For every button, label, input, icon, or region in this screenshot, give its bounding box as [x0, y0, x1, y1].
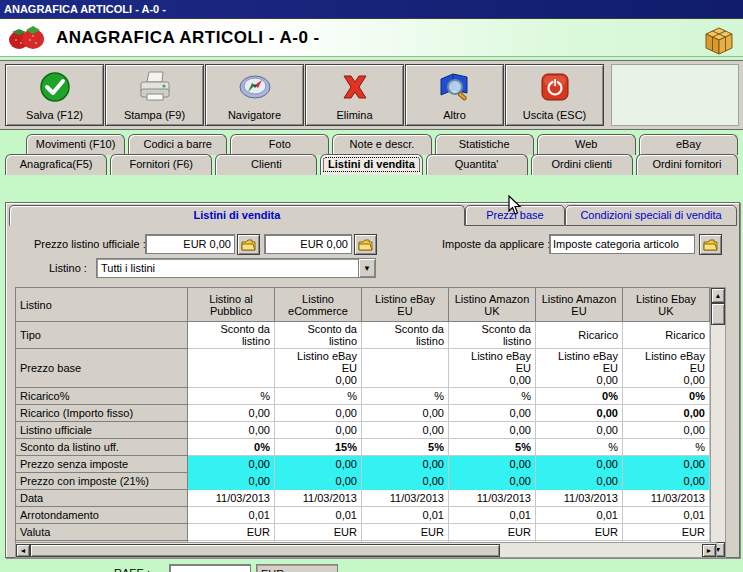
table-cell[interactable]: 11/03/2013	[275, 490, 362, 507]
table-cell[interactable]: 0,01	[623, 507, 710, 524]
table-cell[interactable]: 0,00	[362, 422, 449, 439]
table-cell[interactable]: %	[362, 388, 449, 405]
tab-quantita[interactable]: Quantita'	[426, 154, 528, 175]
table-cell[interactable]: 0,00	[623, 405, 710, 422]
table-cell[interactable]: 5%	[362, 439, 449, 456]
table-cell[interactable]: 11/03/2013	[188, 490, 275, 507]
prezzo-listino-input-2[interactable]: EUR 0,00	[264, 234, 352, 254]
navigatore-button[interactable]: Navigatore	[205, 64, 304, 126]
table-cell[interactable]: 5%	[449, 439, 536, 456]
table-cell[interactable]: 0,00	[275, 456, 362, 473]
stampa-f9-button[interactable]: Stampa (F9)	[105, 64, 204, 126]
table-cell[interactable]: 0,01	[275, 507, 362, 524]
table-cell[interactable]: Listino eBay EU 0,00	[623, 349, 710, 388]
table-cell[interactable]: EUR	[362, 524, 449, 541]
table-cell[interactable]: Listino eBay EU 0,00	[536, 349, 623, 388]
imposte-folder-button[interactable]	[699, 234, 722, 255]
table-cell[interactable]: Ricarico	[623, 322, 710, 349]
tab-movimenti-f10[interactable]: Movimenti (F10)	[26, 134, 125, 155]
table-cell[interactable]: EUR	[536, 524, 623, 541]
prezzo-listino-input-1[interactable]: EUR 0,00	[145, 234, 235, 254]
tab-clienti[interactable]: Clienti	[215, 154, 317, 175]
horizontal-scroll-thumb[interactable]	[30, 544, 500, 557]
table-cell[interactable]: 0,00	[623, 422, 710, 439]
chevron-down-icon[interactable]: ▼	[358, 259, 375, 277]
salva-f12-button[interactable]: Salva (F12)	[5, 64, 104, 126]
scroll-right-icon[interactable]: ►	[702, 544, 716, 557]
tab-ebay[interactable]: eBay	[639, 134, 738, 155]
window-titlebar[interactable]: ANAGRAFICA ARTICOLI - A-0 -	[0, 0, 743, 19]
scroll-up-icon[interactable]: ▲	[711, 288, 725, 303]
table-cell[interactable]: Sconto da listino	[449, 322, 536, 349]
tab-listini-di-vendita[interactable]: Listini di vendita	[320, 154, 422, 175]
tab-foto[interactable]: Foto	[230, 134, 329, 155]
table-cell[interactable]: 0,00	[536, 422, 623, 439]
table-cell[interactable]: 0,00	[536, 405, 623, 422]
tab-anagrafica-f5[interactable]: Anagrafica(F5)	[5, 154, 107, 175]
table-cell[interactable]: 0,00	[275, 422, 362, 439]
table-cell[interactable]: 0,00	[362, 456, 449, 473]
table-cell[interactable]: Listino eBay EU 0,00	[449, 349, 536, 388]
table-cell[interactable]: 0%	[188, 439, 275, 456]
table-cell[interactable]: EUR	[275, 524, 362, 541]
elimina-button[interactable]: Elimina	[305, 64, 404, 126]
tab-fornitori-f6[interactable]: Fornitori (F6)	[110, 154, 212, 175]
table-cell[interactable]: Sconto da listino	[275, 322, 362, 349]
table-cell[interactable]: 0,00	[623, 456, 710, 473]
table-cell[interactable]: 0,01	[449, 507, 536, 524]
tab-ordini-fornitori[interactable]: Ordini fornitori	[636, 154, 738, 175]
table-cell[interactable]: Ricarico	[536, 322, 623, 349]
table-cell[interactable]: 0,01	[188, 507, 275, 524]
subtab-condizioni-speciali-di-vendita[interactable]: Condizioni speciali di vendita	[565, 205, 737, 226]
table-cell[interactable]: 0,00	[275, 405, 362, 422]
table-cell[interactable]: EUR	[449, 524, 536, 541]
table-cell[interactable]: 0,00	[623, 473, 710, 490]
table-cell[interactable]: 11/03/2013	[449, 490, 536, 507]
tab-web[interactable]: Web	[537, 134, 636, 155]
raee-input[interactable]	[169, 564, 251, 572]
subtab-listini-di-vendita[interactable]: Listini di vendita	[9, 205, 465, 226]
table-cell[interactable]: 0,00	[188, 473, 275, 490]
table-cell[interactable]: Sconto da listino	[188, 322, 275, 349]
table-cell[interactable]: 0%	[536, 388, 623, 405]
table-cell[interactable]: EUR	[623, 524, 710, 541]
table-cell[interactable]: 15%	[275, 439, 362, 456]
vertical-scroll-thumb[interactable]	[711, 303, 725, 325]
tab-note-e-descr[interactable]: Note e descr.	[332, 134, 431, 155]
table-cell[interactable]: 0,01	[536, 507, 623, 524]
table-cell[interactable]: 0%	[623, 388, 710, 405]
table-cell[interactable]: %	[623, 439, 710, 456]
scroll-left-icon[interactable]: ◄	[16, 544, 30, 557]
table-cell[interactable]: %	[536, 439, 623, 456]
table-cell[interactable]: 0,00	[362, 473, 449, 490]
imposte-input[interactable]: Imposte categoria articolo	[549, 234, 695, 254]
table-cell[interactable]: 0,00	[449, 422, 536, 439]
table-cell[interactable]	[188, 349, 275, 388]
table-cell[interactable]: 0,00	[188, 405, 275, 422]
table-cell[interactable]: 0,00	[188, 422, 275, 439]
vertical-scrollbar[interactable]: ▲ ▼	[710, 287, 726, 558]
prezzo-folder-button-2[interactable]	[354, 234, 377, 255]
table-cell[interactable]: 11/03/2013	[536, 490, 623, 507]
table-cell[interactable]: 0,00	[449, 405, 536, 422]
table-cell[interactable]: Listino eBay EU 0,00	[275, 349, 362, 388]
table-cell[interactable]: Sconto da listino	[362, 322, 449, 349]
table-cell[interactable]: 0,00	[275, 473, 362, 490]
table-cell[interactable]: 0,01	[362, 507, 449, 524]
altro-button[interactable]: Altro	[405, 64, 504, 126]
prezzo-folder-button-1[interactable]	[237, 234, 260, 255]
listino-dropdown[interactable]: Tutti i listini ▼	[96, 258, 376, 278]
table-cell[interactable]: %	[449, 388, 536, 405]
table-cell[interactable]	[362, 349, 449, 388]
tab-ordini-clienti[interactable]: Ordini clienti	[531, 154, 633, 175]
table-cell[interactable]: EUR	[188, 524, 275, 541]
uscita-esc-button[interactable]: Uscita (ESC)	[505, 64, 604, 126]
horizontal-scrollbar[interactable]: ◄ ►	[15, 542, 717, 558]
table-cell[interactable]: 11/03/2013	[362, 490, 449, 507]
table-cell[interactable]: 0,00	[536, 456, 623, 473]
table-cell[interactable]: 11/03/2013	[623, 490, 710, 507]
tab-codici-a-barre[interactable]: Codici a barre	[128, 134, 227, 155]
table-cell[interactable]: 0,00	[362, 405, 449, 422]
table-cell[interactable]: %	[188, 388, 275, 405]
table-cell[interactable]: 0,00	[449, 473, 536, 490]
